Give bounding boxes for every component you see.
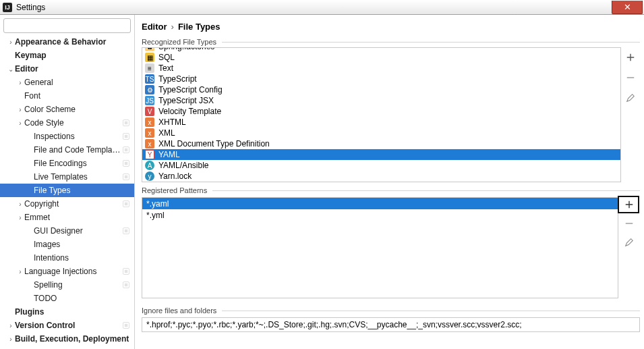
tree-item-label: Images [34,240,134,249]
tree-item-label: Appearance & Behavior [15,37,134,47]
tree-item-label: Version Control [15,321,122,330]
title-bar: IJ Settings ✕ [0,0,644,15]
file-type-icon: x [145,128,154,138]
remove-pattern-button[interactable] [623,217,635,230]
tree-item-todo[interactable]: TODO [0,292,134,305]
minus-icon [624,219,634,228]
ignore-files-label: Ignore files and folders [142,306,640,315]
file-type-name: Spring.factories [158,47,214,51]
tree-item-editor[interactable]: ⌄Editor [0,62,134,76]
svg-rect-7 [125,149,128,152]
svg-rect-19 [125,284,128,287]
file-type-row[interactable]: xXHTML [142,117,620,128]
ignore-files-input[interactable] [142,317,640,332]
tree-item-font[interactable]: Font [0,89,134,103]
tree-item-label: Color Scheme [24,105,134,114]
tree-item-plugins[interactable]: Plugins [0,305,134,319]
tree-item-language-injections[interactable]: ›Language Injections [0,265,134,278]
file-type-row[interactable]: ▦SQL [142,52,620,63]
file-type-name: YAML/Ansible [158,161,208,170]
tree-item-label: Font [24,91,134,101]
patterns-toolbar [618,197,640,298]
tree-item-inspections[interactable]: Inspections [0,130,134,143]
file-type-row[interactable]: ≡Text [142,63,620,74]
svg-rect-5 [125,135,128,138]
tree-item-file-and-code-templates[interactable]: File and Code Templates [0,143,134,157]
file-type-row[interactable]: xXML [142,128,620,138]
file-type-row[interactable]: ⚙TypeScript Config [142,84,620,95]
file-type-row[interactable]: yYarn.lock [142,171,620,182]
tree-item-label: Plugins [15,307,134,317]
plus-icon [624,200,634,209]
svg-rect-17 [125,270,128,273]
window-close-button[interactable]: ✕ [612,1,643,14]
file-type-icon: V [145,107,154,116]
patterns-list[interactable]: *.yaml*.yml [142,197,618,298]
tree-item-label: File Types [34,186,134,195]
add-pattern-button[interactable] [623,198,635,211]
tree-arrow-icon: › [16,268,24,275]
tree-item-general[interactable]: ›General [0,76,134,89]
tree-item-build-execution-deployment[interactable]: ›Build, Execution, Deployment [0,332,134,346]
svg-rect-9 [125,162,128,165]
minus-icon [626,73,635,82]
file-type-row[interactable]: xXML Document Type Definition [142,138,620,149]
file-type-icon: x [145,117,154,127]
settings-container: ›Appearance & BehaviorKeymap⌄Editor›Gene… [0,15,644,349]
tree-item-emmet[interactable]: ›Emmet [0,211,134,224]
file-type-row[interactable]: ✿Spring.factories [142,47,620,52]
project-scope-icon [122,173,130,181]
file-type-icon: TS [145,74,154,84]
file-type-name: TypeScript [158,74,197,84]
settings-sidebar: ›Appearance & BehaviorKeymap⌄Editor›Gene… [0,15,135,349]
remove-file-type-button[interactable] [624,72,637,84]
section-label-text: Recognized File Types [142,38,216,46]
file-type-row[interactable]: AYAML/Ansible [142,160,620,171]
tree-item-label: Editor [15,64,134,74]
tree-arrow-icon: › [16,200,24,208]
edit-file-type-button[interactable] [624,92,637,104]
tree-item-keymap[interactable]: Keymap [0,49,134,62]
tree-item-file-types[interactable]: File Types [0,184,134,197]
tree-item-file-encodings[interactable]: File Encodings [0,157,134,170]
pattern-row[interactable]: *.yaml [142,198,618,209]
section-label-text: Registered Patterns [142,186,207,194]
project-scope-icon [122,159,130,167]
add-file-type-button[interactable] [624,51,637,63]
tree-item-color-scheme[interactable]: ›Color Scheme [0,103,134,116]
tree-item-languages-frameworks[interactable]: ›Languages & Frameworks [0,346,134,349]
pattern-value: *.yml [146,211,165,220]
tree-item-code-style[interactable]: ›Code Style [0,116,134,130]
tree-item-live-templates[interactable]: Live Templates [0,170,134,184]
file-type-name: Velocity Template [158,107,221,116]
file-type-row[interactable]: VVelocity Template [142,106,620,117]
file-type-icon: ▦ [145,53,154,62]
file-type-row[interactable]: YYAML [142,149,620,160]
section-label-text: Ignore files and folders [142,306,216,315]
tree-item-intentions[interactable]: Intentions [0,251,134,265]
pattern-row[interactable]: *.yml [142,209,618,221]
chevron-right-icon: › [171,22,174,32]
svg-rect-13 [125,203,128,206]
tree-item-appearance-behavior[interactable]: ›Appearance & Behavior [0,35,134,49]
tree-item-gui-designer[interactable]: GUI Designer [0,224,134,238]
file-types-toolbar [621,47,640,182]
project-scope-icon [122,119,130,127]
window-title: Settings [16,3,45,12]
edit-pattern-button[interactable] [623,236,635,248]
svg-rect-15 [125,230,128,233]
tree-item-version-control[interactable]: ›Version Control [0,319,134,332]
file-types-list[interactable]: ✿Spring.factories▦SQL≡TextTSTypeScript⚙T… [142,47,621,182]
tree-item-images[interactable]: Images [0,238,134,251]
tree-item-copyright[interactable]: ›Copyright [0,197,134,211]
file-type-row[interactable]: JSTypeScript JSX [142,95,620,106]
tree-item-label: GUI Designer [34,226,122,236]
settings-search-input[interactable] [3,18,131,33]
tree-item-label: General [24,78,134,87]
file-type-row[interactable]: TSTypeScript [142,74,620,84]
project-scope-icon [122,146,130,154]
settings-tree[interactable]: ›Appearance & BehaviorKeymap⌄Editor›Gene… [0,35,134,349]
tree-item-label: Copyright [24,199,122,209]
pencil-icon [626,93,635,103]
tree-item-spelling[interactable]: Spelling [0,278,134,292]
